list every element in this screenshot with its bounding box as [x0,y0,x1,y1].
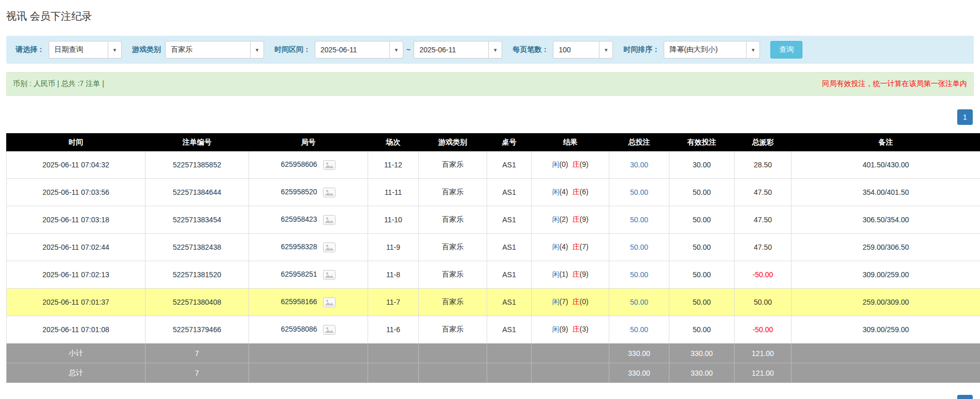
page-button-1[interactable]: 1 [957,109,973,125]
page-title: 视讯 会员下注纪录 [6,9,974,23]
session-number: 11-12 [384,161,402,169]
column-header-result: 结果 [532,134,609,151]
valid-bet-amount: 50.00 [693,270,711,279]
select-type-input[interactable] [49,41,108,59]
round-result-image-icon[interactable] [323,243,335,252]
subtotal-row: 小计 7 330.00 330.00 121.00 [7,344,980,363]
total-bet-link[interactable]: 50.00 [630,325,648,334]
table-row: 2025-06-11 07:04:32 522571385852 6259586… [7,151,980,179]
round-id: 625958166 [281,297,317,306]
summary-currency-text: 币别 : 人民币 | 总共 :7 注单 | [13,79,104,89]
page-size-input[interactable] [553,41,599,59]
payout-cell: -50.00 [735,261,792,289]
valid-bet-amount: 50.00 [693,216,711,224]
payout-amount: 47.50 [754,243,772,251]
round-result-image-icon[interactable] [323,325,335,335]
total-bet-link[interactable]: 50.00 [630,188,648,196]
empty-cell [792,344,980,363]
time-sort-caret-button[interactable]: ▾ [747,41,760,59]
total-bet-link[interactable]: 50.00 [630,216,648,224]
total-bet-link[interactable]: 50.00 [630,298,648,306]
total-bet-link[interactable]: 50.00 [630,270,648,279]
column-header-total-bet: 总投注 [609,134,669,151]
page-size-caret-button[interactable]: ▾ [599,41,613,59]
grand-total-label: 总计 [7,363,145,383]
banker-result-label: 庄 [573,160,580,168]
banker-result-label: 庄 [573,188,580,196]
empty-cell [792,363,980,383]
date-from-caret-button[interactable]: ▾ [390,41,403,59]
valid-bet-cell: 50.00 [669,316,735,344]
round-result-image-icon[interactable] [323,160,335,170]
round-id-cell: 625958166 [249,289,368,316]
total-bet-cell: 50.00 [609,261,669,289]
empty-cell [368,344,419,363]
summary-bar: 币别 : 人民币 | 总共 :7 注单 | 同局有效投注，统一计算在该局第一张注… [6,72,974,96]
filter-bar: 请选择： ▾ 游戏类别 ▾ 时间区间： ▾ ~ ▾ 每页笔数： ▾ 时间排序： … [6,36,974,64]
column-header-valid-bet: 有效投注 [669,134,735,151]
game-type-label: 游戏类别 [132,45,161,54]
round-id: 625958606 [281,160,317,168]
bet-id: 522571380408 [173,298,221,306]
total-bet-link[interactable]: 30.00 [630,161,648,169]
round-id: 625958086 [281,325,317,333]
round-result-image-icon[interactable] [323,188,335,197]
page-size-label: 每页笔数： [513,45,549,54]
round-result-image-icon[interactable] [323,270,335,280]
banker-score: (3) [580,325,589,333]
round-result-image-icon[interactable] [323,297,335,307]
valid-bet-amount: 30.00 [693,161,711,169]
subtotal-total-bet: 330.00 [609,344,669,363]
empty-cell [532,344,609,363]
grand-total-count: 7 [145,363,249,383]
page-button-1-bottom[interactable]: 1 [957,395,973,399]
round-id-cell: 625958328 [249,234,368,261]
date-from-combo: ▾ [315,41,403,59]
date-from-input[interactable] [315,41,390,59]
empty-cell [532,363,609,383]
banker-score: (9) [580,160,589,168]
total-bet-cell: 50.00 [609,206,669,234]
game-type-caret-button[interactable]: ▾ [251,41,264,59]
chevron-down-icon: ▾ [256,47,259,53]
game-type-input[interactable] [165,41,251,59]
player-score: (9) [559,325,568,333]
banker-result-label: 庄 [573,215,580,223]
valid-bet-amount: 50.00 [693,325,711,334]
bet-time: 2025-06-11 07:01:37 [42,298,109,306]
valid-bet-amount: 50.00 [693,298,711,306]
valid-bet-cell: 30.00 [669,151,735,179]
select-type-caret-button[interactable]: ▾ [108,41,122,59]
grand-total-total-bet: 330.00 [609,363,669,383]
bet-time: 2025-06-11 07:02:44 [42,243,109,251]
result-cell: 闲(0)庄(9) [532,151,609,179]
total-bet-link[interactable]: 50.00 [630,243,648,251]
game-type: 百家乐 [442,297,464,306]
game-type-cell: 百家乐 [419,316,487,344]
round-result-image-icon[interactable] [323,215,335,225]
time-sort-label: 时间排序： [623,45,660,54]
search-button[interactable]: 查询 [770,41,802,59]
date-to-input[interactable] [414,41,489,59]
bet-id: 522571383454 [173,216,221,224]
empty-cell [487,344,532,363]
player-result-label: 闲 [552,325,559,333]
player-result-label: 闲 [552,243,559,251]
date-to-caret-button[interactable]: ▾ [489,41,502,59]
round-id-cell: 625958086 [249,316,368,344]
bet-id-cell: 522571381520 [145,261,249,289]
note-text: 259.00/309.00 [862,298,909,306]
bet-time-cell: 2025-06-11 07:01:37 [7,289,145,316]
time-sort-input[interactable] [664,41,747,59]
payout-cell: 28.50 [735,151,792,179]
subtotal-count: 7 [145,344,249,363]
column-header-payout: 总派彩 [735,134,792,151]
game-type: 百家乐 [442,215,464,223]
bet-id-cell: 522571383454 [145,206,249,234]
total-bet-cell: 50.00 [609,289,669,316]
bet-id: 522571381520 [173,270,221,279]
table-row: 2025-06-11 07:01:37 522571380408 6259581… [7,289,980,316]
session-number: 11-9 [386,243,400,251]
table-number: AS1 [502,270,516,279]
game-type-cell: 百家乐 [419,289,487,316]
